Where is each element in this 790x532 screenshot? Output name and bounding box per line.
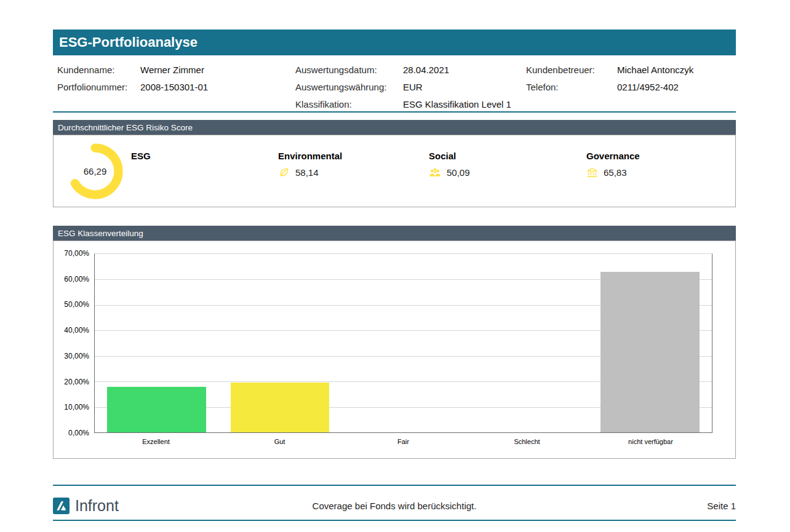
metric-value: 50,09 <box>447 167 470 178</box>
x-category-label: nicht verfügbar <box>589 438 712 445</box>
bar-slot <box>341 254 465 432</box>
metric-environmental: Environmental 58,14 <box>278 135 429 178</box>
chart-bars <box>95 254 712 432</box>
x-category-label: Schlecht <box>465 438 589 445</box>
bar <box>231 383 329 432</box>
divider <box>53 111 736 113</box>
page-number: Seite 1 <box>707 501 736 511</box>
bar <box>600 272 699 432</box>
y-tick-label: 10,00% <box>54 403 89 411</box>
leaf-icon <box>278 167 290 178</box>
info-value: Michael Antonczyk <box>617 65 736 75</box>
portfolio-info: Kundenname: Werner Zimmer Auswertungsdat… <box>53 61 736 113</box>
y-tick-label: 20,00% <box>54 378 89 386</box>
info-value: Werner Zimmer <box>140 65 295 75</box>
y-tick-label: 0,00% <box>54 429 89 437</box>
info-value: EUR <box>403 82 526 92</box>
metric-label: Governance <box>586 151 640 161</box>
x-category-label: Fair <box>341 438 465 445</box>
x-axis-labels: ExzellentGutFairSchlechtnicht verfügbar <box>94 438 712 445</box>
infront-logo: Infront <box>53 497 119 515</box>
y-tick-label: 30,00% <box>54 352 89 360</box>
infront-logo-text: Infront <box>75 497 119 515</box>
esg-score-panel: 66,29 ESG Environmental 58,14 Social <box>53 135 736 207</box>
metric-label: Environmental <box>278 151 342 161</box>
info-label: Auswertungswährung: <box>295 82 403 92</box>
esg-class-chart-panel: 0,00%10,00%20,00%30,00%40,00%50,00%60,00… <box>53 240 736 459</box>
footer-note: Coverage bei Fonds wird berücksichtigt. <box>53 501 736 511</box>
info-value: 0211/4952-402 <box>617 82 736 92</box>
metric-social: Social 50,09 <box>429 135 586 178</box>
y-tick-label: 70,00% <box>54 249 89 258</box>
report-page: ESG-Portfolioanalyse Kundenname: Werner … <box>0 0 790 532</box>
divider <box>53 520 736 521</box>
esg-label: ESG <box>131 151 151 161</box>
infront-logo-icon <box>53 498 70 514</box>
people-icon <box>429 167 441 178</box>
bar <box>107 387 205 432</box>
y-axis-labels: 0,00%10,00%20,00%30,00%40,00%50,00%60,00… <box>54 253 89 433</box>
metric-value: 65,83 <box>604 167 627 178</box>
info-label: Klassifikation: <box>295 99 403 109</box>
info-label: Portfolionummer: <box>57 82 140 92</box>
y-tick-label: 60,00% <box>54 275 89 284</box>
metric-governance: Governance 65,83 <box>586 135 640 178</box>
info-value: 28.04.2021 <box>403 65 526 75</box>
info-value: ESG Klassifikation Level 1 <box>403 99 526 109</box>
esg-donut: 66,29 <box>66 142 124 200</box>
chart-plot <box>94 253 712 433</box>
info-label: Telefon: <box>526 82 617 92</box>
section-title: Durchschnittlicher ESG Risiko Score <box>58 123 193 132</box>
divider <box>53 485 736 486</box>
section-title: ESG Klassenverteilung <box>58 229 143 238</box>
esg-score-value: 66,29 <box>66 142 124 200</box>
info-label: Kundenbetreuer: <box>526 65 617 75</box>
y-tick-label: 50,00% <box>54 300 89 309</box>
x-category-label: Gut <box>218 438 341 445</box>
bar-slot <box>588 254 712 432</box>
section-header-esg-score: Durchschnittlicher ESG Risiko Score <box>53 120 736 135</box>
esg-score-group: ESG <box>131 135 278 162</box>
bar-slot <box>465 254 589 432</box>
metric-value: 58,14 <box>295 167 319 178</box>
section-header-esg-classes: ESG Klassenverteilung <box>53 226 736 240</box>
footer: Infront Coverage bei Fonds wird berücksi… <box>53 491 736 520</box>
bar-slot <box>218 254 342 432</box>
metric-label: Social <box>429 151 456 161</box>
y-tick-label: 40,00% <box>54 326 89 335</box>
info-label: Auswertungsdatum: <box>295 65 403 75</box>
bank-icon <box>586 167 598 178</box>
info-value: 2008-150301-01 <box>140 82 295 92</box>
report-title-bar: ESG-Portfolioanalyse <box>53 30 736 55</box>
x-category-label: Exzellent <box>94 438 218 445</box>
bar-slot <box>95 254 218 432</box>
info-label: Kundenname: <box>57 65 140 75</box>
page-title: ESG-Portfolioanalyse <box>53 34 198 50</box>
